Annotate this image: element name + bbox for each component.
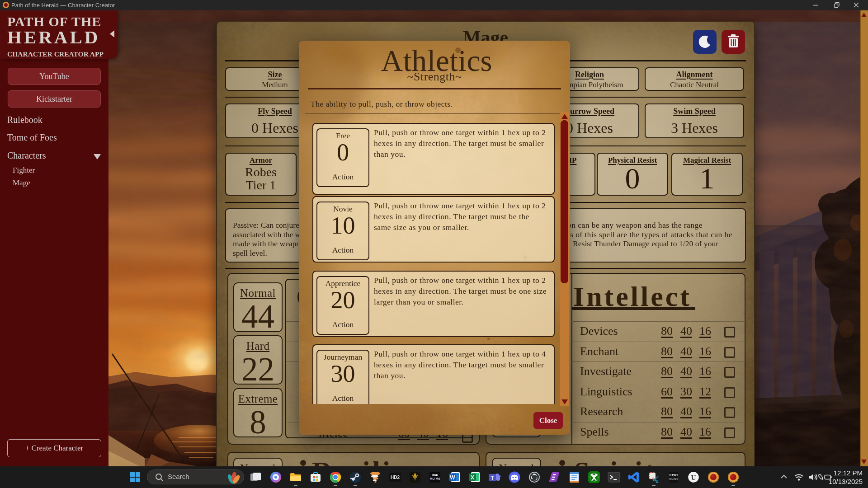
svg-text:T: T — [491, 475, 494, 481]
svg-text:d66: d66 — [432, 473, 438, 477]
svg-text:W: W — [450, 474, 455, 481]
svg-text:MU M6: MU M6 — [430, 477, 440, 480]
svg-text:X: X — [471, 474, 474, 481]
svg-text:EPIC: EPIC — [670, 473, 678, 477]
svg-text:U: U — [691, 474, 696, 481]
svg-text:GAMES: GAMES — [669, 478, 678, 480]
svg-text:HD2: HD2 — [391, 475, 400, 480]
